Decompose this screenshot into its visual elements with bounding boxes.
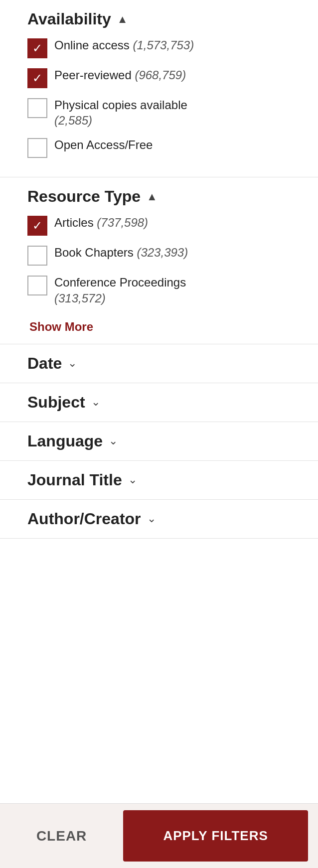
book-chapters-checkbox[interactable] bbox=[27, 246, 47, 266]
author-creator-chevron: ⌄ bbox=[147, 512, 156, 525]
resource-type-item-conference: Conference Proceedings(313,572) bbox=[27, 275, 291, 305]
conference-label: Conference Proceedings(313,572) bbox=[54, 275, 186, 305]
peer-reviewed-count: (968,759) bbox=[135, 68, 186, 82]
subject-section: Subject ⌄ bbox=[0, 383, 318, 422]
articles-label: Articles (737,598) bbox=[54, 215, 148, 230]
book-chapters-count: (323,393) bbox=[137, 246, 188, 259]
clear-button[interactable]: CLEAR bbox=[0, 804, 123, 868]
resource-type-chevron: ▲ bbox=[147, 190, 158, 203]
journal-title-header[interactable]: Journal Title ⌄ bbox=[27, 471, 291, 489]
availability-item-open-access: Open Access/Free bbox=[27, 137, 291, 158]
language-header[interactable]: Language ⌄ bbox=[27, 432, 291, 450]
language-title: Language bbox=[27, 432, 103, 450]
availability-item-physical-copies: Physical copies available(2,585) bbox=[27, 97, 291, 128]
peer-reviewed-label: Peer-reviewed (968,759) bbox=[54, 67, 186, 83]
checkmark-icon: ✓ bbox=[32, 72, 42, 84]
online-access-count: (1,573,753) bbox=[133, 38, 194, 52]
author-creator-section: Author/Creator ⌄ bbox=[0, 500, 318, 539]
resource-type-header[interactable]: Resource Type ▲ bbox=[27, 187, 291, 206]
physical-copies-label: Physical copies available(2,585) bbox=[54, 97, 187, 128]
availability-header[interactable]: Availability ▲ bbox=[27, 10, 291, 28]
footer-bar: CLEAR APPLY FILTERS bbox=[0, 803, 318, 868]
resource-type-title: Resource Type bbox=[27, 187, 141, 206]
language-section: Language ⌄ bbox=[0, 422, 318, 461]
subject-title: Subject bbox=[27, 393, 85, 412]
subject-header[interactable]: Subject ⌄ bbox=[27, 393, 291, 412]
date-header[interactable]: Date ⌄ bbox=[27, 354, 291, 373]
checkmark-icon: ✓ bbox=[32, 220, 42, 232]
resource-type-item-book-chapters: Book Chapters (323,393) bbox=[27, 245, 291, 266]
journal-title-chevron: ⌄ bbox=[128, 473, 137, 486]
journal-title-title: Journal Title bbox=[27, 471, 122, 489]
articles-checkbox[interactable]: ✓ bbox=[27, 216, 47, 236]
subject-chevron: ⌄ bbox=[91, 396, 100, 409]
availability-title: Availability bbox=[27, 10, 111, 28]
show-more-link[interactable]: Show More bbox=[27, 320, 93, 334]
open-access-checkbox[interactable] bbox=[27, 138, 47, 158]
checkmark-icon: ✓ bbox=[32, 42, 42, 54]
conference-count: (313,572) bbox=[54, 291, 106, 305]
physical-copies-count: (2,585) bbox=[54, 114, 92, 127]
articles-count: (737,598) bbox=[97, 216, 148, 229]
physical-copies-checkbox[interactable] bbox=[27, 98, 47, 118]
availability-item-peer-reviewed: ✓ Peer-reviewed (968,759) bbox=[27, 67, 291, 88]
author-creator-title: Author/Creator bbox=[27, 510, 141, 528]
language-chevron: ⌄ bbox=[109, 434, 118, 447]
filter-panel: Availability ▲ ✓ Online access (1,573,75… bbox=[0, 0, 318, 608]
date-section: Date ⌄ bbox=[0, 344, 318, 383]
online-access-label: Online access (1,573,753) bbox=[54, 37, 194, 53]
online-access-checkbox[interactable]: ✓ bbox=[27, 38, 47, 58]
availability-chevron: ▲ bbox=[117, 13, 128, 26]
journal-title-section: Journal Title ⌄ bbox=[0, 461, 318, 500]
availability-section: Availability ▲ ✓ Online access (1,573,75… bbox=[0, 0, 318, 177]
date-chevron: ⌄ bbox=[68, 357, 77, 370]
book-chapters-label: Book Chapters (323,393) bbox=[54, 245, 188, 260]
resource-type-section: Resource Type ▲ ✓ Articles (737,598) Boo… bbox=[0, 177, 318, 344]
author-creator-header[interactable]: Author/Creator ⌄ bbox=[27, 510, 291, 528]
date-title: Date bbox=[27, 354, 62, 373]
resource-type-item-articles: ✓ Articles (737,598) bbox=[27, 215, 291, 236]
peer-reviewed-checkbox[interactable]: ✓ bbox=[27, 68, 47, 88]
apply-filters-button[interactable]: APPLY FILTERS bbox=[123, 810, 308, 862]
conference-checkbox[interactable] bbox=[27, 276, 47, 295]
availability-item-online-access: ✓ Online access (1,573,753) bbox=[27, 37, 291, 58]
open-access-label: Open Access/Free bbox=[54, 137, 153, 152]
